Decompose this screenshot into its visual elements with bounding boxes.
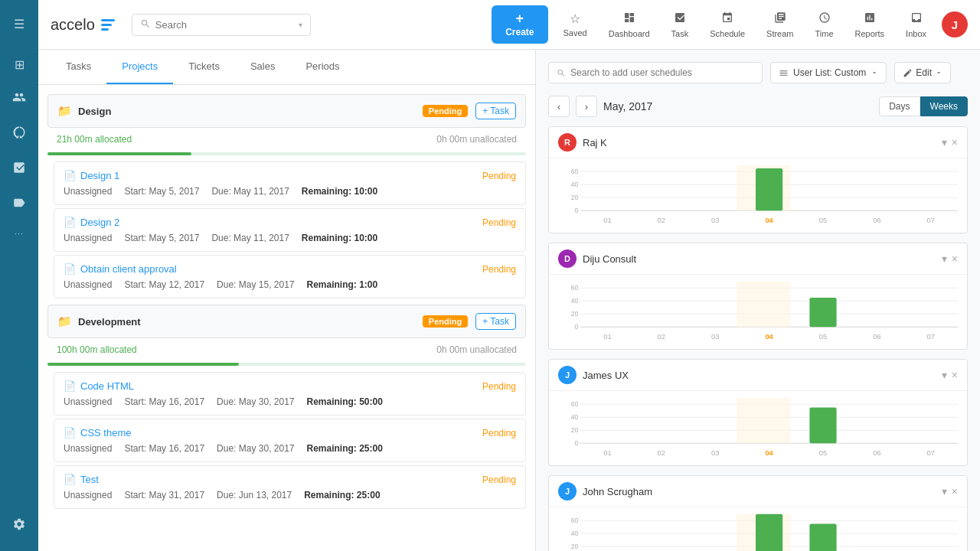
- saved-icon: ☆: [570, 11, 580, 26]
- user-dropdown-icon-3[interactable]: ▾: [942, 485, 947, 497]
- dev-add-task-button[interactable]: + Task: [475, 313, 516, 330]
- user-name-2: James UX: [583, 370, 629, 381]
- month-label: May, 2017: [603, 100, 873, 112]
- tab-sales[interactable]: Sales: [235, 50, 291, 84]
- user-avatar-1: D: [558, 249, 577, 268]
- task-design-3-name[interactable]: 📄 Obtain client approval: [64, 263, 177, 275]
- task-dev-1-name[interactable]: 📄 Code HTML: [64, 380, 134, 392]
- search-box[interactable]: ▾: [132, 14, 311, 36]
- user-list-dropdown-icon: [871, 69, 878, 77]
- svg-rect-67: [756, 514, 782, 551]
- nav-schedule[interactable]: Schedule: [704, 8, 751, 41]
- task-design-1-remaining: Remaining: 10:00: [302, 186, 377, 197]
- user-close-icon-1[interactable]: ×: [952, 253, 958, 265]
- tab-tasks[interactable]: Tasks: [51, 50, 106, 84]
- tab-tickets[interactable]: Tickets: [173, 50, 235, 84]
- section-design-header[interactable]: 📁 Design Pending + Task: [47, 94, 526, 128]
- sidebar-overview-icon[interactable]: ⊞: [0, 48, 38, 81]
- user-close-icon-2[interactable]: ×: [952, 369, 958, 381]
- sidebar-people-icon[interactable]: [0, 81, 38, 116]
- section-design-left: 📁 Design: [57, 104, 111, 118]
- sidebar-activity-icon[interactable]: [0, 116, 38, 152]
- schedule-search-input[interactable]: [570, 67, 754, 78]
- task-design-2-name[interactable]: 📄 Design 2: [64, 217, 119, 228]
- weeks-view-button[interactable]: Weeks: [920, 96, 968, 116]
- nav-dashboard[interactable]: Dashboard: [603, 8, 656, 41]
- user-row-header-0: RRaj K▾×: [549, 127, 967, 158]
- user-schedule-1: DDiju Consult▾×020406001020304050607: [548, 243, 968, 350]
- sidebar-tasks-icon[interactable]: [0, 152, 38, 187]
- tab-periods[interactable]: Periods: [290, 50, 354, 84]
- nav-saved[interactable]: ☆ Saved: [557, 8, 593, 41]
- content-area: Tasks Projects Tickets Sales Periods 📁 D…: [38, 50, 980, 551]
- task-design-2-meta: Unassigned Start: May 5, 2017 Due: May 1…: [64, 233, 516, 243]
- schedule-search-box[interactable]: [548, 62, 763, 83]
- user-list-button[interactable]: User List: Custom: [770, 62, 887, 83]
- search-dropdown-icon[interactable]: ▾: [299, 21, 302, 29]
- schedule-icon: [721, 11, 733, 27]
- right-panel: User List: Custom Edit ‹ › May, 2017 Day…: [536, 50, 980, 551]
- user-dropdown-icon-0[interactable]: ▾: [942, 136, 947, 148]
- sidebar-menu-button[interactable]: ☰: [0, 8, 38, 41]
- task-design-2-badge: Pending: [482, 217, 516, 228]
- chart-area-3: 020406001020304050607: [549, 507, 967, 551]
- user-close-icon-3[interactable]: ×: [952, 485, 958, 497]
- edit-button[interactable]: Edit: [894, 62, 951, 83]
- sidebar-tag-icon[interactable]: [0, 187, 38, 222]
- user-name-3: John Scrugham: [583, 486, 652, 497]
- tab-projects[interactable]: Projects: [106, 50, 173, 84]
- task-dev-3-name[interactable]: 📄 Test: [64, 474, 99, 485]
- chart-svg-0: 020406001020304050607: [558, 165, 958, 226]
- sidebar-settings-icon[interactable]: [12, 508, 26, 543]
- user-schedule-2: JJames UX▾×020406001020304050607: [548, 359, 968, 466]
- svg-text:01: 01: [603, 216, 611, 224]
- svg-rect-69: [809, 524, 836, 551]
- days-view-button[interactable]: Days: [879, 96, 920, 116]
- schedule-nav: ‹ › May, 2017 Days Weeks: [548, 96, 968, 117]
- svg-text:04: 04: [765, 216, 773, 224]
- task-dev-3-start: Start: May 31, 2017: [124, 490, 204, 500]
- user-close-icon-0[interactable]: ×: [952, 136, 958, 148]
- task-design-1-assignee: Unassigned: [64, 186, 112, 197]
- dev-alloc-bar: [47, 363, 526, 366]
- sidebar-more-dots[interactable]: ···: [15, 222, 23, 246]
- svg-text:06: 06: [873, 448, 880, 457]
- svg-text:20: 20: [571, 543, 579, 550]
- chart-area-2: 020406001020304050607: [549, 391, 967, 465]
- design-allocated: 21h 00m allocated: [57, 134, 132, 145]
- task-design-1-start: Start: May 5, 2017: [124, 186, 199, 197]
- svg-text:04: 04: [765, 448, 773, 457]
- section-dev-right: Pending + Task: [423, 313, 516, 330]
- user-avatar-2: J: [558, 366, 577, 384]
- nav-stream[interactable]: Stream: [760, 8, 799, 41]
- user-dropdown-icon-2[interactable]: ▾: [942, 369, 947, 381]
- section-dev-title: Development: [78, 316, 141, 328]
- user-list-label: User List: Custom: [793, 67, 866, 78]
- nav-task[interactable]: Task: [665, 8, 695, 41]
- task-design-1-top: 📄 Design 1 Pending: [64, 170, 516, 181]
- dashboard-icon: [623, 11, 635, 27]
- nav-inbox[interactable]: Inbox: [900, 8, 933, 41]
- task-dev-2-name[interactable]: 📄 CSS theme: [64, 427, 131, 439]
- user-row-actions-3: ▾×: [942, 485, 958, 497]
- next-month-button[interactable]: ›: [576, 96, 597, 117]
- user-avatar[interactable]: J: [942, 11, 968, 37]
- section-dev-header[interactable]: 📁 Development Pending + Task: [47, 305, 526, 338]
- user-row-actions-0: ▾×: [942, 136, 958, 148]
- task-dev-1-due: Due: May 30, 2017: [217, 396, 294, 407]
- left-panel: Tasks Projects Tickets Sales Periods 📁 D…: [38, 50, 536, 551]
- user-dropdown-icon-1[interactable]: ▾: [942, 253, 947, 265]
- create-button[interactable]: + Create: [492, 5, 547, 44]
- nav-time[interactable]: Time: [809, 8, 840, 41]
- design-add-task-button[interactable]: + Task: [475, 103, 516, 119]
- task-dev-1-assignee: Unassigned: [64, 396, 112, 407]
- task-dev-1-top: 📄 Code HTML Pending: [64, 380, 516, 392]
- svg-text:02: 02: [658, 216, 665, 224]
- nav-reports[interactable]: Reports: [849, 8, 891, 41]
- prev-month-button[interactable]: ‹: [548, 96, 570, 117]
- nav-inbox-label: Inbox: [906, 29, 926, 38]
- task-dev-2-start: Start: May 16, 2017: [124, 443, 204, 454]
- svg-text:40: 40: [571, 530, 579, 537]
- task-design-1-name[interactable]: 📄 Design 1: [64, 170, 119, 181]
- search-input[interactable]: [155, 19, 294, 31]
